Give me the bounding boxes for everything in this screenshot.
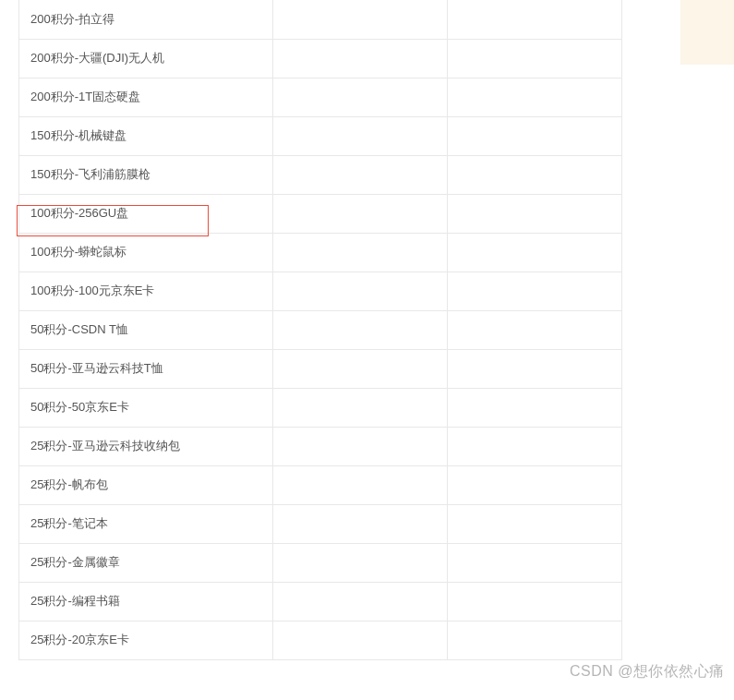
empty-cell [273, 582, 448, 621]
empty-cell [448, 504, 622, 543]
table-row: 200积分-拍立得 [19, 0, 622, 39]
empty-cell [273, 349, 448, 388]
empty-cell [448, 39, 622, 78]
table-row: 200积分-1T固态硬盘 [19, 78, 622, 116]
table-row: 25积分-帆布包 [19, 465, 622, 504]
prize-label-cell[interactable]: 100积分-100元京东E卡 [19, 272, 273, 310]
empty-cell [448, 388, 622, 427]
empty-cell [448, 78, 622, 116]
prize-label-cell[interactable]: 100积分-256GU盘 [19, 194, 273, 233]
prize-label-cell[interactable]: 25积分-亚马逊云科技收纳包 [19, 427, 273, 465]
empty-cell [448, 621, 622, 659]
table-row: 100积分-蟒蛇鼠标 [19, 233, 622, 272]
table-row: 50积分-CSDN T恤 [19, 310, 622, 349]
empty-cell [448, 233, 622, 272]
empty-cell [273, 233, 448, 272]
empty-cell [448, 427, 622, 465]
prize-label-cell[interactable]: 200积分-拍立得 [19, 0, 273, 39]
empty-cell [273, 39, 448, 78]
empty-cell [273, 155, 448, 194]
prize-label-cell[interactable]: 200积分-大疆(DJI)无人机 [19, 39, 273, 78]
empty-cell [273, 388, 448, 427]
table-row: 25积分-编程书籍 [19, 582, 622, 621]
prize-label-cell[interactable]: 25积分-笔记本 [19, 504, 273, 543]
prize-label-cell[interactable]: 200积分-1T固态硬盘 [19, 78, 273, 116]
table-row: 25积分-金属徽章 [19, 543, 622, 582]
prize-label-cell[interactable]: 50积分-CSDN T恤 [19, 310, 273, 349]
right-sidebar-fragment [680, 0, 734, 65]
prize-label-cell[interactable]: 25积分-20京东E卡 [19, 621, 273, 659]
empty-cell [273, 504, 448, 543]
empty-cell [273, 543, 448, 582]
table-row: 50积分-亚马逊云科技T恤 [19, 349, 622, 388]
table-row: 150积分-飞利浦筋膜枪 [19, 155, 622, 194]
empty-cell [448, 194, 622, 233]
empty-cell [448, 543, 622, 582]
empty-cell [273, 427, 448, 465]
table-container: 200积分-拍立得200积分-大疆(DJI)无人机200积分-1T固态硬盘150… [0, 0, 734, 660]
table-row: 200积分-大疆(DJI)无人机 [19, 39, 622, 78]
empty-cell [273, 194, 448, 233]
empty-cell [448, 155, 622, 194]
empty-cell [448, 349, 622, 388]
empty-cell [448, 0, 622, 39]
table-row: 100积分-256GU盘 [19, 194, 622, 233]
prize-label-cell[interactable]: 150积分-飞利浦筋膜枪 [19, 155, 273, 194]
empty-cell [273, 78, 448, 116]
prize-label-cell[interactable]: 25积分-帆布包 [19, 465, 273, 504]
table-row: 50积分-50京东E卡 [19, 388, 622, 427]
empty-cell [273, 465, 448, 504]
empty-cell [448, 582, 622, 621]
table-row: 25积分-笔记本 [19, 504, 622, 543]
empty-cell [273, 310, 448, 349]
empty-cell [448, 116, 622, 155]
points-prize-table: 200积分-拍立得200积分-大疆(DJI)无人机200积分-1T固态硬盘150… [18, 0, 622, 660]
table-row: 100积分-100元京东E卡 [19, 272, 622, 310]
empty-cell [273, 116, 448, 155]
prize-label-cell[interactable]: 25积分-金属徽章 [19, 543, 273, 582]
watermark-text: CSDN @想你依然心痛 [570, 662, 725, 682]
empty-cell [273, 272, 448, 310]
empty-cell [273, 621, 448, 659]
prize-label-cell[interactable]: 150积分-机械键盘 [19, 116, 273, 155]
table-row: 25积分-亚马逊云科技收纳包 [19, 427, 622, 465]
table-row: 150积分-机械键盘 [19, 116, 622, 155]
prize-label-cell[interactable]: 50积分-亚马逊云科技T恤 [19, 349, 273, 388]
table-row: 25积分-20京东E卡 [19, 621, 622, 659]
prize-label-cell[interactable]: 50积分-50京东E卡 [19, 388, 273, 427]
prize-label-cell[interactable]: 25积分-编程书籍 [19, 582, 273, 621]
prize-label-cell[interactable]: 100积分-蟒蛇鼠标 [19, 233, 273, 272]
empty-cell [273, 0, 448, 39]
empty-cell [448, 272, 622, 310]
empty-cell [448, 310, 622, 349]
empty-cell [448, 465, 622, 504]
